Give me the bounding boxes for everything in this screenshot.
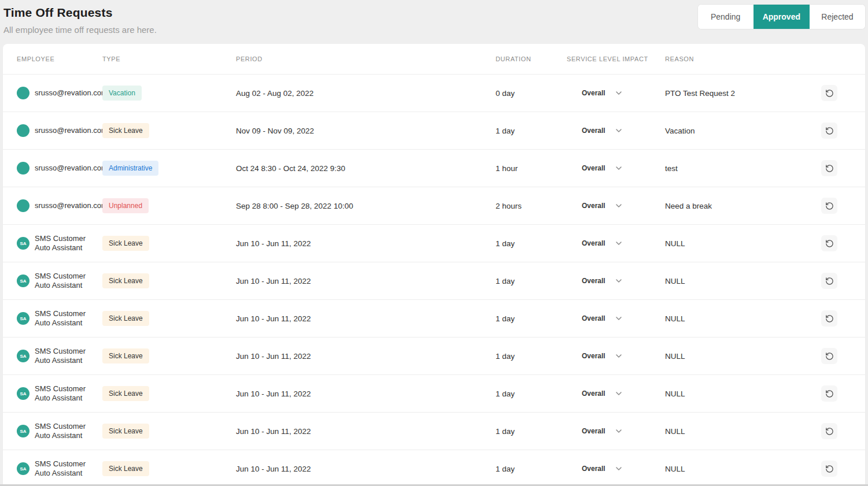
restore-button[interactable] bbox=[821, 423, 837, 439]
chevron-down-icon[interactable] bbox=[614, 426, 623, 436]
action-cell bbox=[815, 348, 865, 364]
time-off-requests-table: EMPLOYEE TYPE PERIOD DURATION SERVICE LE… bbox=[3, 44, 865, 486]
type-badge: Sick Leave bbox=[102, 311, 149, 326]
avatar: SA bbox=[17, 274, 29, 287]
avatar bbox=[17, 87, 29, 99]
type-badge: Sick Leave bbox=[102, 273, 149, 288]
restore-icon bbox=[825, 202, 834, 210]
service-level-value[interactable]: Overall bbox=[582, 277, 605, 285]
service-level-value[interactable]: Overall bbox=[582, 352, 605, 360]
employee-name: srusso@revation.com bbox=[35, 88, 108, 98]
restore-button[interactable] bbox=[821, 310, 837, 327]
action-cell bbox=[815, 235, 865, 251]
chevron-down-icon[interactable] bbox=[614, 239, 623, 248]
service-level-cell[interactable]: Overall bbox=[567, 276, 665, 285]
restore-icon bbox=[825, 389, 834, 398]
chevron-down-icon[interactable] bbox=[614, 88, 623, 98]
service-level-value[interactable]: Overall bbox=[582, 465, 605, 473]
type-cell: Sick Leave bbox=[102, 348, 236, 363]
duration: 1 day bbox=[496, 127, 567, 135]
reason: Need a break bbox=[665, 202, 815, 210]
period: Jun 10 - Jun 11, 2022 bbox=[236, 314, 496, 323]
period: Nov 09 - Nov 09, 2022 bbox=[236, 127, 496, 135]
service-level-cell[interactable]: Overall bbox=[567, 239, 665, 248]
employee-cell: SA SMS Customer Auto Assistant bbox=[3, 459, 102, 478]
service-level-value[interactable]: Overall bbox=[582, 164, 605, 172]
employee-name: SMS Customer Auto Assistant bbox=[35, 309, 102, 328]
employee-name: srusso@revation.com bbox=[35, 164, 108, 173]
service-level-value[interactable]: Overall bbox=[582, 202, 605, 210]
period: Sep 28 8:00 - Sep 28, 2022 10:00 bbox=[236, 202, 496, 210]
restore-icon bbox=[825, 465, 834, 473]
restore-button[interactable] bbox=[821, 198, 837, 214]
service-level-value[interactable]: Overall bbox=[582, 389, 605, 398]
type-badge: Vacation bbox=[102, 86, 142, 101]
restore-button[interactable] bbox=[821, 348, 837, 364]
service-level-value[interactable]: Overall bbox=[582, 127, 605, 135]
table-row: SA SMS Customer Auto Assistant Sick Leav… bbox=[3, 224, 865, 262]
service-level-cell[interactable]: Overall bbox=[567, 351, 665, 361]
employee-name: SMS Customer Auto Assistant bbox=[35, 459, 102, 478]
restore-button[interactable] bbox=[821, 123, 837, 139]
restore-icon bbox=[825, 239, 834, 248]
employee-cell: srusso@revation.com bbox=[3, 124, 102, 137]
period: Jun 10 - Jun 11, 2022 bbox=[236, 239, 496, 248]
service-level-cell[interactable]: Overall bbox=[567, 389, 665, 398]
chevron-down-icon[interactable] bbox=[614, 126, 623, 135]
action-cell bbox=[815, 123, 865, 139]
reason: NULL bbox=[665, 352, 815, 361]
duration: 1 day bbox=[496, 389, 567, 398]
table-header-row: EMPLOYEE TYPE PERIOD DURATION SERVICE LE… bbox=[3, 44, 865, 74]
service-level-value[interactable]: Overall bbox=[582, 314, 605, 322]
type-cell: Sick Leave bbox=[102, 461, 236, 476]
avatar: SA bbox=[17, 462, 29, 475]
restore-button[interactable] bbox=[821, 160, 837, 176]
avatar: SA bbox=[17, 425, 29, 437]
tab-approved[interactable]: Approved bbox=[754, 5, 810, 29]
table-row: srusso@revation.com Unplanned Sep 28 8:0… bbox=[3, 187, 865, 224]
tab-rejected[interactable]: Rejected bbox=[810, 5, 865, 29]
reason: PTO Test Request 2 bbox=[665, 89, 815, 98]
service-level-cell[interactable]: Overall bbox=[567, 164, 665, 173]
chevron-down-icon[interactable] bbox=[614, 389, 623, 398]
service-level-value[interactable]: Overall bbox=[582, 427, 605, 435]
service-level-cell[interactable]: Overall bbox=[567, 126, 665, 135]
chevron-down-icon[interactable] bbox=[614, 314, 623, 323]
type-badge: Administrative bbox=[102, 161, 158, 176]
action-cell bbox=[815, 310, 865, 327]
chevron-down-icon[interactable] bbox=[614, 464, 623, 473]
column-header-duration: DURATION bbox=[496, 55, 567, 62]
service-level-value[interactable]: Overall bbox=[582, 89, 605, 97]
chevron-down-icon[interactable] bbox=[614, 201, 623, 210]
employee-cell: SA SMS Customer Auto Assistant bbox=[3, 347, 102, 366]
service-level-cell[interactable]: Overall bbox=[567, 88, 665, 98]
restore-icon bbox=[825, 427, 834, 436]
restore-button[interactable] bbox=[821, 385, 837, 402]
restore-button[interactable] bbox=[821, 273, 837, 289]
avatar: SA bbox=[17, 237, 29, 250]
service-level-cell[interactable]: Overall bbox=[567, 201, 665, 210]
chevron-down-icon[interactable] bbox=[614, 351, 623, 361]
service-level-cell[interactable]: Overall bbox=[567, 314, 665, 323]
tab-pending[interactable]: Pending bbox=[698, 5, 754, 29]
chevron-down-icon[interactable] bbox=[614, 276, 623, 285]
employee-name: srusso@revation.com bbox=[35, 126, 108, 135]
restore-button[interactable] bbox=[821, 85, 837, 101]
chevron-down-icon[interactable] bbox=[614, 164, 623, 173]
restore-button[interactable] bbox=[821, 461, 837, 477]
duration: 1 day bbox=[496, 352, 567, 361]
reason: NULL bbox=[665, 314, 815, 323]
table-row: SA SMS Customer Auto Assistant Sick Leav… bbox=[3, 412, 865, 450]
reason: NULL bbox=[665, 389, 815, 398]
duration: 1 hour bbox=[496, 164, 567, 173]
duration: 2 hours bbox=[496, 202, 567, 210]
employee-name: SMS Customer Auto Assistant bbox=[35, 384, 102, 403]
service-level-cell[interactable]: Overall bbox=[567, 464, 665, 473]
service-level-cell[interactable]: Overall bbox=[567, 426, 665, 436]
service-level-value[interactable]: Overall bbox=[582, 239, 605, 247]
table-row: SA SMS Customer Auto Assistant Sick Leav… bbox=[3, 262, 865, 299]
table-row: srusso@revation.com Sick Leave Nov 09 - … bbox=[3, 112, 865, 149]
restore-button[interactable] bbox=[821, 235, 837, 251]
column-header-type: TYPE bbox=[102, 55, 236, 62]
type-cell: Unplanned bbox=[102, 198, 236, 213]
